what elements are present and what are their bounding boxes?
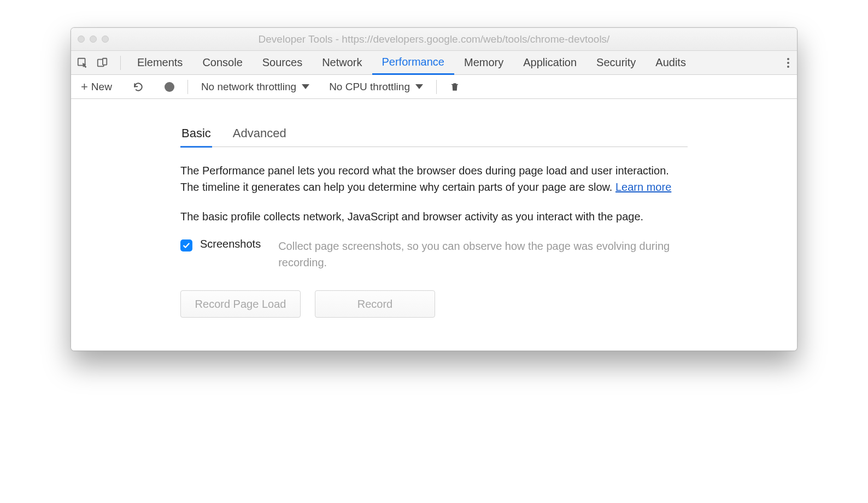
subtab-advanced[interactable]: Advanced — [232, 126, 288, 147]
separator — [187, 80, 188, 94]
intro-paragraph: The Performance panel lets you record wh… — [180, 162, 688, 195]
network-throttle-dropdown[interactable]: No network throttling — [198, 81, 313, 93]
svg-rect-2 — [103, 58, 107, 65]
screenshots-label: Screenshots — [200, 238, 261, 250]
titlebar: Developer Tools - https://developers.goo… — [71, 28, 797, 51]
tab-label: Security — [596, 56, 636, 69]
screenshots-description: Collect page screenshots, so you can obs… — [278, 238, 688, 271]
traffic-zoom[interactable] — [102, 36, 109, 43]
traffic-lights — [78, 36, 109, 43]
basic-description: The basic profile collects network, Java… — [180, 208, 688, 225]
traffic-minimize[interactable] — [90, 36, 97, 43]
button-label: Record Page Load — [195, 298, 286, 311]
performance-toolbar: + New No network throttling No CPU throt… — [71, 75, 797, 99]
more-menu-icon[interactable] — [787, 58, 789, 68]
inspect-element-icon[interactable] — [77, 57, 89, 69]
tab-performance[interactable]: Performance — [372, 51, 455, 75]
intro-text: The Performance panel lets you record wh… — [180, 165, 669, 193]
device-toolbar-icon[interactable] — [96, 57, 108, 69]
record-circle-icon — [165, 82, 174, 92]
tab-label: Console — [202, 56, 242, 69]
dropdown-arrow-icon — [415, 84, 423, 89]
tab-security[interactable]: Security — [587, 51, 646, 74]
new-label: New — [91, 81, 112, 93]
tab-label: Network — [322, 56, 362, 69]
new-recording-button[interactable]: + New — [78, 81, 115, 93]
screenshots-checkbox[interactable] — [180, 239, 192, 252]
performance-panel-body: Basic Advanced The Performance panel let… — [71, 99, 797, 350]
tab-application[interactable]: Application — [513, 51, 587, 74]
separator — [120, 56, 121, 70]
clear-button[interactable] — [447, 81, 463, 92]
traffic-close[interactable] — [78, 36, 85, 43]
tab-sources[interactable]: Sources — [253, 51, 312, 74]
tab-label: Elements — [137, 56, 183, 69]
subtab-basic[interactable]: Basic — [180, 126, 212, 148]
tab-label: Performance — [382, 56, 445, 68]
tab-label: Audits — [655, 56, 686, 69]
dropdown-arrow-icon — [302, 84, 309, 89]
record-button[interactable]: Record — [315, 290, 435, 318]
subtab-label: Basic — [181, 126, 211, 140]
record-toggle[interactable] — [161, 82, 178, 92]
tab-console[interactable]: Console — [192, 51, 252, 74]
record-buttons: Record Page Load Record — [180, 290, 688, 318]
separator — [436, 80, 437, 94]
devtools-window: Developer Tools - https://developers.goo… — [71, 27, 797, 351]
tab-audits[interactable]: Audits — [646, 51, 696, 74]
tab-label: Memory — [464, 56, 503, 69]
tab-label: Application — [523, 56, 577, 69]
tab-memory[interactable]: Memory — [454, 51, 513, 74]
record-page-load-button[interactable]: Record Page Load — [180, 290, 301, 318]
main-tabbar: Elements Console Sources Network Perform… — [71, 51, 797, 75]
network-throttle-label: No network throttling — [201, 81, 296, 93]
cpu-throttle-dropdown[interactable]: No CPU throttling — [326, 81, 426, 93]
screenshots-option: Screenshots Collect page screenshots, so… — [180, 238, 688, 271]
button-label: Record — [357, 298, 392, 311]
reload-icon[interactable] — [130, 81, 147, 92]
tab-network[interactable]: Network — [312, 51, 372, 74]
tab-label: Sources — [262, 56, 302, 69]
window-title: Developer Tools - https://developers.goo… — [78, 33, 790, 45]
cpu-throttle-label: No CPU throttling — [329, 81, 410, 93]
plus-icon: + — [81, 81, 88, 93]
learn-more-link[interactable]: Learn more — [615, 181, 671, 193]
tab-elements[interactable]: Elements — [127, 51, 192, 74]
profile-subtabs: Basic Advanced — [180, 126, 688, 147]
subtab-label: Advanced — [233, 126, 286, 140]
